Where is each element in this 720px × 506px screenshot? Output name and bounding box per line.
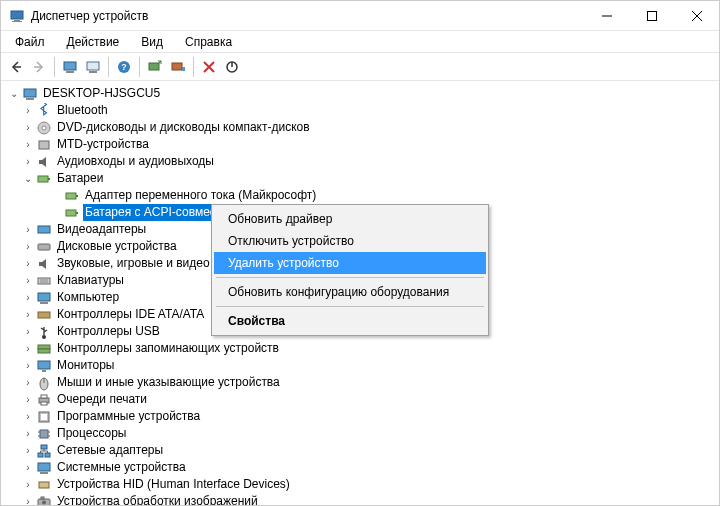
forward-button[interactable] [28,56,50,78]
expand-icon[interactable]: › [21,408,35,425]
ide-icon [36,307,52,323]
app-icon [9,8,25,24]
tree-leaf[interactable]: Адаптер переменного тока (Майкрософт) [35,187,719,204]
dvd-icon [36,120,52,136]
update-icon[interactable] [167,56,189,78]
toolbar: ? [1,53,719,81]
expand-icon[interactable]: › [21,476,35,493]
uninstall-icon[interactable] [198,56,220,78]
svg-rect-57 [40,472,48,474]
expand-icon[interactable]: › [21,391,35,408]
expand-icon[interactable]: › [21,442,35,459]
expand-icon[interactable]: › [21,459,35,476]
svg-rect-58 [39,482,49,488]
tree-node[interactable]: ›Сетевые адаптеры [21,442,719,459]
maximize-button[interactable] [629,1,674,31]
tree-node[interactable]: ›Мыши и иные указывающие устройства [21,374,719,391]
expand-icon[interactable]: › [21,136,35,153]
svg-rect-23 [48,178,50,180]
svg-rect-14 [172,63,182,70]
menu-view[interactable]: Вид [131,33,173,51]
expand-icon[interactable]: › [21,272,35,289]
tree-node[interactable]: ›Системные устройства [21,459,719,476]
tree-node[interactable]: ›Процессоры [21,425,719,442]
tree-node[interactable]: ›MTD-устройства [21,136,719,153]
expand-icon[interactable]: › [21,221,35,238]
menu-file[interactable]: Файл [5,33,55,51]
svg-rect-56 [38,463,50,471]
expand-icon[interactable]: › [21,374,35,391]
ctx-separator [216,306,484,307]
svg-rect-37 [38,345,50,349]
titlebar: Диспетчер устройств [1,1,719,31]
expand-icon[interactable]: › [21,255,35,272]
tree-node[interactable]: ›Очереди печати [21,391,719,408]
collapse-icon[interactable]: ⌄ [7,85,21,102]
disable-icon[interactable] [221,56,243,78]
ctx-delete-device[interactable]: Удалить устройство [214,252,486,274]
expand-icon[interactable]: › [21,323,35,340]
computer-icon[interactable] [59,56,81,78]
mtd-icon [36,137,52,153]
expand-icon[interactable]: › [21,425,35,442]
bluetooth-icon [36,103,52,119]
tree-node[interactable]: ›Мониторы [21,357,719,374]
show-icon[interactable] [82,56,104,78]
svg-rect-15 [182,67,185,71]
svg-rect-7 [64,62,76,70]
expand-icon[interactable]: › [21,119,35,136]
expand-icon[interactable]: › [21,153,35,170]
battery-icon [36,171,52,187]
expand-icon[interactable]: › [21,238,35,255]
svg-rect-21 [39,141,49,149]
tree-label: Устройства обработки изображений [55,493,260,506]
keyboard-icon [36,273,52,289]
ctx-refresh-config[interactable]: Обновить конфигурацию оборудования [214,281,486,303]
ctx-separator [216,277,484,278]
tree-root[interactable]: ⌄ DESKTOP-HJSGCU5 [7,85,719,102]
usb-icon [36,324,52,340]
svg-rect-26 [66,210,76,216]
svg-rect-4 [647,11,656,20]
tree-node[interactable]: ›Контроллеры запоминающих устройств [21,340,719,357]
tree-node[interactable]: ›Аудиовходы и аудиовыходы [21,153,719,170]
tree-label: Батареи [55,170,105,187]
monitor-icon [36,358,52,374]
expand-icon[interactable]: › [21,493,35,506]
tree-node[interactable]: ›Программные устройства [21,408,719,425]
expand-icon[interactable]: › [21,102,35,119]
ctx-properties[interactable]: Свойства [214,310,486,332]
system-icon [36,460,52,476]
tree-node[interactable]: ›DVD-дисководы и дисководы компакт-диско… [21,119,719,136]
svg-rect-30 [38,278,50,284]
expand-icon[interactable]: › [21,357,35,374]
svg-rect-45 [41,402,47,405]
back-button[interactable] [5,56,27,78]
menu-help[interactable]: Справка [175,33,242,51]
help-icon[interactable]: ? [113,56,135,78]
expand-icon[interactable]: › [21,340,35,357]
tree-node[interactable]: ›Устройства обработки изображений [21,493,719,506]
imaging-icon [36,494,52,507]
tree-label: Аудиовходы и аудиовыходы [55,153,216,170]
disk-icon [36,239,52,255]
svg-rect-53 [41,445,47,449]
scan-icon[interactable] [144,56,166,78]
minimize-button[interactable] [584,1,629,31]
collapse-icon[interactable]: ⌄ [21,170,35,187]
ctx-disable-device[interactable]: Отключить устройство [214,230,486,252]
tree-node[interactable]: ›Устройства HID (Human Interface Devices… [21,476,719,493]
tree-node-batteries[interactable]: ⌄Батареи [21,170,719,187]
tree-label: Программные устройства [55,408,202,425]
ctx-update-driver[interactable]: Обновить драйвер [214,208,486,230]
tree-label: Bluetooth [55,102,110,119]
close-button[interactable] [674,1,719,31]
hid-icon [36,477,52,493]
menu-action[interactable]: Действие [57,33,130,51]
tree-label: Мониторы [55,357,116,374]
window-buttons [584,1,719,31]
battery-icon [64,205,80,221]
expand-icon[interactable]: › [21,289,35,306]
expand-icon[interactable]: › [21,306,35,323]
tree-node[interactable]: ›Bluetooth [21,102,719,119]
